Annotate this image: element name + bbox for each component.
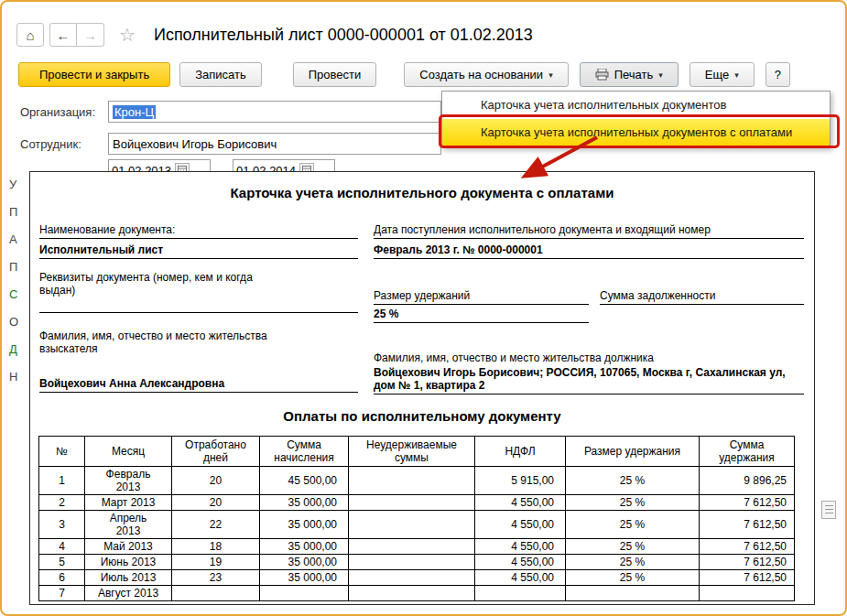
payments-section-title: Оплаты по исполнительному документу [30, 408, 814, 424]
employee-input[interactable]: Войцехович Игорь Борисович [108, 133, 441, 155]
home-button[interactable]: ⌂ [16, 23, 44, 47]
payments-table-cell: 7 612,50 [700, 539, 795, 555]
payments-table-row: 6Июль 20132335 000,004 550,0025 %7 612,5… [39, 570, 795, 586]
debt-label: Сумма задолженности [600, 289, 804, 305]
payments-table-row: 2Март 20132035 000,004 550,0025 %7 612,5… [39, 495, 795, 511]
back-button[interactable]: ← [49, 23, 77, 47]
payments-table-cell [349, 586, 475, 601]
menu-item-card-with-payments[interactable]: Карточка учета исполнительных документов… [442, 119, 830, 146]
payments-table-cell: 25 % [566, 495, 700, 511]
titlebar: ⌂ ← → ☆ Исполнительный лист 0000-000001 … [2, 2, 845, 55]
payments-table-cell: 7 [39, 586, 85, 601]
payments-table-row: 1Февраль 20132045 500,005 915,0025 %9 89… [39, 467, 795, 495]
more-button[interactable]: Еще ▾ [690, 62, 755, 87]
write-button[interactable]: Записать [179, 62, 262, 87]
payments-col-header: Месяц [85, 437, 172, 467]
debtor-value: Войцехович Игорь Борисович; РОССИЯ, 1070… [374, 366, 804, 394]
withhold-rate-value: 25 % [374, 308, 589, 323]
post-and-close-button[interactable]: Провести и закрыть [18, 62, 170, 87]
payments-table-cell: Август 2013 [85, 586, 172, 601]
payments-col-header: Сумма начисления [260, 437, 349, 467]
payments-table-cell: 20 [172, 495, 260, 511]
printer-icon [595, 69, 609, 81]
payments-table-cell: 35 000,00 [260, 511, 349, 539]
payments-col-header: НДФЛ [475, 437, 566, 467]
payments-table-cell [566, 586, 700, 601]
payments-table-cell [349, 511, 475, 539]
employee-value: Войцехович Игорь Борисович [113, 137, 277, 151]
payments-table-cell [349, 555, 475, 570]
payments-table-cell: 35 000,00 [260, 495, 349, 511]
payments-table-cell: 4 [39, 539, 85, 555]
payments-table-cell: 4 550,00 [475, 495, 566, 511]
payments-table-cell: 4 550,00 [475, 555, 566, 570]
receipt-label: Дата поступления исполнительного докумен… [374, 223, 804, 239]
clipped-form-label: С [9, 287, 27, 301]
help-button[interactable]: ? [766, 62, 790, 87]
payments-table-cell: 7 612,50 [700, 570, 795, 586]
payments-table-cell [260, 586, 349, 601]
payments-table-cell: Май 2013 [85, 539, 172, 555]
payments-table-cell: 18 [172, 539, 260, 555]
payments-table-cell: 35 000,00 [260, 539, 349, 555]
menu-item-card[interactable]: Карточка учета исполнительных документов [442, 92, 830, 119]
payments-col-header: Отработано дней [172, 437, 260, 467]
clipped-form-label: У [9, 178, 27, 191]
payments-table-cell: Июнь 2013 [85, 555, 172, 570]
back-arrow-icon: ← [57, 27, 71, 43]
payments-table-cell: 25 % [566, 555, 700, 570]
chevron-down-icon: ▾ [548, 70, 553, 80]
payments-table-cell: 25 % [566, 511, 700, 539]
doc-name-label: Наименование документа: [39, 223, 358, 239]
organization-input[interactable]: Крон-Ц [108, 101, 441, 123]
chevron-down-icon: ▾ [734, 70, 739, 80]
create-based-on-button[interactable]: Создать на основании ▾ [404, 62, 568, 87]
post-button[interactable]: Провести [293, 62, 377, 87]
payments-table-cell: 35 000,00 [260, 555, 349, 570]
favorite-star-icon[interactable]: ☆ [119, 24, 136, 46]
payments-table-cell: 4 550,00 [475, 570, 566, 586]
payments-table-cell: 2 [39, 495, 85, 511]
more-label: Еще [705, 68, 729, 81]
withhold-rate-label: Размер удержаний [374, 289, 589, 305]
payments-table-cell: 3 [39, 511, 85, 539]
payments-table-cell: 1 [39, 467, 85, 495]
payments-table-row: 3Апрель 20132235 000,004 550,0025 %7 612… [39, 511, 795, 539]
chevron-down-icon: ▾ [658, 70, 663, 80]
clipped-form-label: П [9, 260, 27, 274]
payments-table-row: 4Май 20131835 000,004 550,0025 %7 612,50 [39, 539, 795, 555]
clipped-form-label: О [9, 315, 27, 329]
payments-table-cell [349, 467, 475, 495]
history-nav: ← → [49, 23, 104, 47]
payments-table-cell [172, 586, 260, 601]
debtor-label: Фамилия, имя, отчество и место жительств… [374, 351, 804, 364]
payments-table-cell: 5 [39, 555, 85, 570]
clipped-form-label: Н [9, 370, 27, 384]
payments-table-cell: Март 2013 [85, 495, 172, 511]
organization-label: Организация: [20, 105, 95, 119]
clipped-form-label: П [9, 205, 27, 219]
print-button[interactable]: Печать ▾ [580, 62, 679, 87]
window-title: Исполнительный лист 0000-000001 от 01.02… [154, 26, 533, 45]
employee-label: Сотрудник: [20, 137, 81, 151]
payments-table-row: 5Июнь 20131935 000,004 550,0025 %7 612,5… [39, 555, 795, 570]
payments-table-cell: 9 896,25 [700, 467, 795, 495]
clipped-form-label: Д [9, 342, 27, 356]
payments-table-cell [349, 539, 475, 555]
payments-table-cell: 45 500,00 [260, 467, 349, 495]
payments-table: №МесяцОтработано днейСумма начисленияНеу… [38, 436, 795, 601]
left-strip: УПАПСОДН [9, 178, 27, 384]
payments-table-cell: Июль 2013 [85, 570, 172, 586]
partial-sidebar-icon [821, 501, 836, 519]
payments-table-cell: 25 % [566, 570, 700, 586]
clipped-form-label: А [9, 232, 27, 246]
requisites-value-line [39, 300, 358, 313]
claimant-label: Фамилия, имя, отчество и место жительств… [39, 330, 314, 355]
payments-table-row: 7Август 2013 [39, 586, 795, 601]
payments-table-cell [700, 586, 795, 601]
payments-table-cell: 7 612,50 [700, 495, 795, 511]
forward-button[interactable]: → [77, 23, 104, 47]
payments-table-cell: 35 000,00 [260, 570, 349, 586]
print-form-title: Карточка учета исполнительного документа… [30, 185, 814, 200]
payments-table-cell: Февраль 2013 [85, 467, 172, 495]
